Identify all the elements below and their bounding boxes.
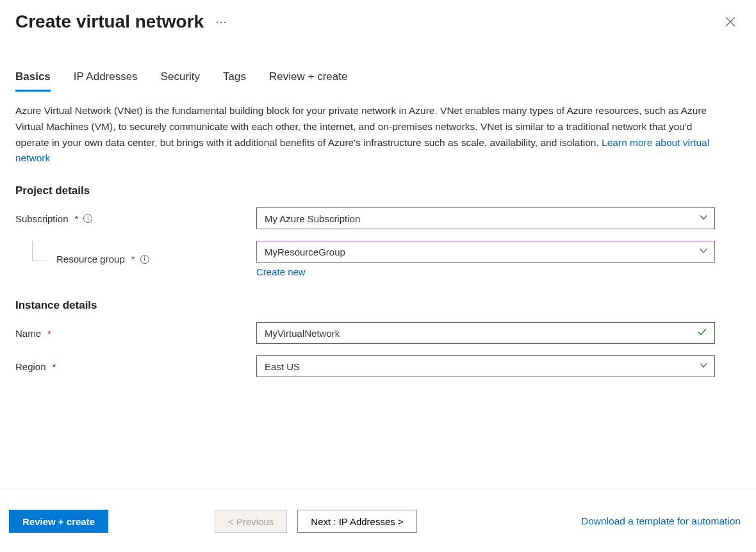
tab-review-create[interactable]: Review + create [269, 70, 347, 92]
previous-button: < Previous [215, 510, 287, 533]
info-icon[interactable]: i [140, 255, 149, 264]
name-input[interactable]: MyVirtualNetwork [256, 322, 715, 344]
subscription-label: Subscription [15, 213, 69, 224]
required-indicator: * [75, 213, 79, 224]
create-new-link[interactable]: Create new [256, 266, 306, 277]
region-label: Region [15, 361, 46, 372]
resource-group-value: MyResourceGroup [265, 247, 345, 257]
close-icon [725, 17, 735, 27]
review-create-button[interactable]: Review + create [9, 510, 108, 533]
project-details-heading: Project details [15, 184, 715, 197]
tab-security[interactable]: Security [161, 70, 200, 92]
resource-group-label: Resource group [56, 254, 125, 264]
footer-separator [0, 489, 756, 489]
chevron-down-icon [699, 361, 708, 372]
region-select[interactable]: East US [256, 355, 715, 377]
chevron-down-icon [699, 213, 708, 224]
region-value: East US [265, 361, 300, 372]
required-indicator: * [131, 254, 135, 264]
close-button[interactable] [720, 12, 741, 32]
next-button[interactable]: Next : IP Addresses > [297, 510, 416, 533]
tab-basics[interactable]: Basics [15, 70, 51, 92]
footer-bar: Review + create < Previous Next : IP Add… [0, 493, 756, 552]
tab-tags[interactable]: Tags [223, 70, 246, 92]
more-icon[interactable]: ⋯ [213, 12, 229, 31]
required-indicator: * [53, 361, 56, 372]
name-value: MyVirtualNetwork [265, 328, 340, 339]
page-title: Create virtual network [15, 12, 204, 32]
subscription-value: My Azure Subscription [265, 213, 360, 224]
description-text: Azure Virtual Network (VNet) is the fund… [15, 103, 715, 166]
download-template-link[interactable]: Download a template for automation [581, 515, 741, 527]
chevron-down-icon [699, 247, 708, 257]
required-indicator: * [47, 328, 51, 339]
resource-group-select[interactable]: MyResourceGroup [256, 241, 715, 263]
tab-ip-addresses[interactable]: IP Addresses [74, 70, 138, 92]
tree-connector [32, 241, 47, 261]
name-label: Name [15, 328, 41, 339]
checkmark-icon [696, 327, 708, 340]
tab-bar: Basics IP Addresses Security Tags Review… [0, 32, 756, 92]
info-icon[interactable]: i [83, 214, 92, 223]
instance-details-heading: Instance details [15, 299, 715, 312]
subscription-select[interactable]: My Azure Subscription [256, 207, 715, 229]
